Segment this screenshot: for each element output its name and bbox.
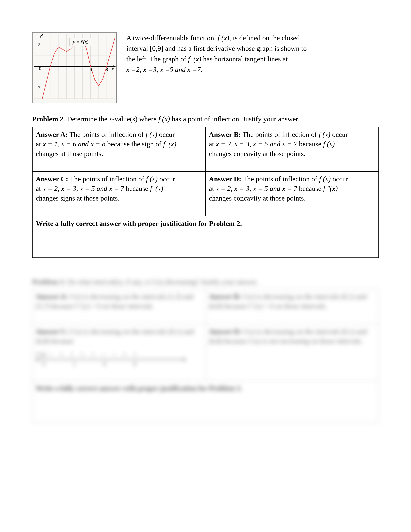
fpx-symbol: f ′(x) <box>188 55 201 63</box>
problem3-blurred: Problem 3. On what interval(s), if any, … <box>32 277 379 423</box>
answer-C-label: Answer C: <box>36 175 68 183</box>
p2-tb: -value(s) where <box>112 115 158 123</box>
answer3-B: Answer B: f (x) is decreasing on the int… <box>206 289 379 324</box>
C-t3: at <box>36 185 43 192</box>
B-t1: The points of inflection of <box>241 131 319 139</box>
A-t3: at <box>36 140 43 148</box>
svg-text:6: 6 <box>90 67 92 72</box>
p3-text: . On what interval(s), if any, is f (x) … <box>64 278 258 286</box>
write-full-answer-3: Write a fully correct answer with proper… <box>32 381 379 422</box>
C-t2: occur <box>158 175 175 183</box>
answer-A: Answer A: The points of inflection of f … <box>32 127 206 171</box>
sign-chart-signs: − + + + + − − + + <box>49 351 140 357</box>
intro-text: A twice-differentiable function, f (x), … <box>126 32 379 76</box>
svg-text:y: y <box>39 33 42 38</box>
answer-A-label: Answer A: <box>36 131 68 139</box>
svg-text:2: 2 <box>38 42 40 47</box>
p2-x: x <box>109 115 112 123</box>
A-t1: The points of inflection of <box>68 131 146 139</box>
C-t5: changes signs at those points. <box>36 194 120 202</box>
answer3-A: Answer A: f (x) is decreasing on the int… <box>32 289 206 324</box>
intro-l1b: , is defined on the closed <box>229 34 300 42</box>
D-t1: The points of inflection of <box>241 175 319 183</box>
D-fx: f (x) <box>319 175 331 183</box>
B-xs: x = 2, x = 3, x = 5 and x = 7 <box>216 140 297 148</box>
fx-symbol: f (x) <box>218 34 229 42</box>
intro-l3b: has horizontal tangent lines at <box>201 55 288 63</box>
A-fpx: f ′(x) <box>163 140 176 148</box>
problem2-label: Problem 2 <box>32 115 64 123</box>
sign-chart: f ′(x) − + + + + − − + + 0 1 6 8 <box>36 351 202 368</box>
page: 0 2 4 6 8 2 −2 y x y = f′(x) A twice-dif… <box>0 0 411 532</box>
B-t2: occur <box>330 131 348 139</box>
svg-text:4: 4 <box>74 67 76 72</box>
A-xs: x = 1, x = 6 and x = 8 <box>43 140 106 148</box>
intro-l4: x =2, x =3, x =5 and x =7. <box>126 66 202 74</box>
C-fpx: f ′(x) <box>150 185 163 192</box>
D-t4: because <box>297 185 323 192</box>
B-fx: f (x) <box>319 131 330 139</box>
intro-l1a: A twice-differentiable function, <box>126 34 218 42</box>
B-t3: at <box>209 140 216 148</box>
answer3-D: Answer D: f (x) is decreasing on the int… <box>206 324 379 381</box>
A-t4: because the sign of <box>105 140 163 148</box>
D-t2: occur <box>331 175 348 183</box>
write-full-3-text: Write a fully correct answer with proper… <box>36 384 242 392</box>
D-xs: x = 2, x = 3, x = 5 and x = 7 <box>216 185 297 192</box>
problem3-answers-table: Answer A: f (x) is decreasing on the int… <box>32 289 379 423</box>
C-fx: f (x) <box>146 175 158 183</box>
answer-C: Answer C: The points of inflection of f … <box>32 171 206 216</box>
svg-text:0: 0 <box>39 66 41 71</box>
B-t5: changes concavity at those points. <box>209 150 306 158</box>
A-fx: f (x) <box>146 131 157 139</box>
D-t5: changes concavity at those points. <box>209 194 306 202</box>
p2-ta: . Determine the <box>64 115 109 123</box>
sign-chart-ticks: 0 1 6 8 <box>36 360 202 368</box>
C-t4: because <box>124 185 150 192</box>
sign-chart-axis <box>36 359 186 360</box>
D-t3: at <box>209 185 216 192</box>
answer-D: Answer D: The points of inflection of f … <box>206 171 379 216</box>
answer-B: Answer B: The points of inflection of f … <box>206 127 379 171</box>
p2-tc: has a point of inflection. Justify your … <box>170 115 299 123</box>
problem3-label: Problem 3 <box>32 278 64 286</box>
graph-curve-label: y = f′(x) <box>72 39 88 45</box>
problem2-statement: Problem 2. Determine the x-value(s) wher… <box>32 114 379 124</box>
svg-text:−2: −2 <box>36 85 40 90</box>
svg-text:8: 8 <box>106 67 108 72</box>
answer3-D-label: Answer D: <box>209 328 241 335</box>
answer3-C-label: Answer C: <box>36 328 68 335</box>
p2-fx: f (x) <box>158 115 170 123</box>
C-xs: x = 2, x = 3, x = 5 and x = 7 <box>43 185 124 192</box>
svg-text:x: x <box>112 66 114 71</box>
write-full-2-text: Write a fully correct answer with proper… <box>36 219 242 228</box>
sign-chart-label: f ′(x) <box>36 351 46 357</box>
graph-svg: 0 2 4 6 8 2 −2 y x y = f′(x) <box>33 33 116 100</box>
intro-row: 0 2 4 6 8 2 −2 y x y = f′(x) A twice-dif… <box>32 32 379 103</box>
answer-D-label: Answer D: <box>209 175 241 183</box>
problem3-statement: Problem 3. On what interval(s), if any, … <box>32 277 379 287</box>
derivative-graph: 0 2 4 6 8 2 −2 y x y = f′(x) <box>32 32 117 103</box>
problem2-answers-table: Answer A: The points of inflection of f … <box>32 127 379 258</box>
A-t2: occur <box>157 131 175 139</box>
D-fppx: f ″(x) <box>323 185 338 192</box>
intro-l3a: the left. The graph of <box>126 55 188 63</box>
svg-text:2: 2 <box>57 67 60 72</box>
answer3-A-label: Answer A: <box>36 293 68 301</box>
answer3-C: Answer C: f (x) is decreasing on the int… <box>32 324 206 381</box>
B-t4: because <box>297 140 323 148</box>
answer3-B-label: Answer B: <box>209 293 241 301</box>
write-full-answer-2: Write a fully correct answer with proper… <box>32 216 379 257</box>
answer-B-label: Answer B: <box>209 131 241 139</box>
C-t1: The points of inflection of <box>68 175 146 183</box>
B-fx2: f (x) <box>323 140 335 148</box>
A-t5: changes at those points. <box>36 150 103 158</box>
intro-l2: interval [0,9] and has a first derivativ… <box>126 44 379 53</box>
